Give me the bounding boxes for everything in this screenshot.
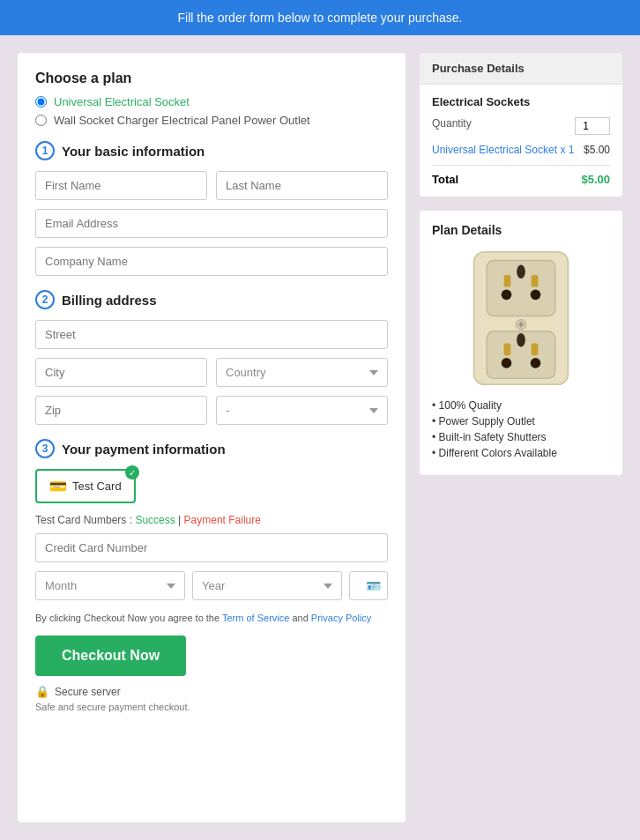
svg-point-15	[531, 358, 541, 368]
city-input[interactable]	[35, 358, 207, 387]
cvv-card-icon: 🪪	[366, 579, 381, 593]
left-panel: Choose a plan Universal Electrical Socke…	[18, 53, 406, 822]
svg-point-2	[517, 264, 525, 279]
city-country-row: Country United States United Kingdom Can…	[35, 358, 388, 387]
terms-text: By clicking Checkout Now you agree to th…	[35, 613, 388, 623]
state-select[interactable]: - AL CA NY TX	[216, 396, 388, 425]
lock-icon: 🔒	[35, 685, 49, 698]
svg-rect-4	[532, 275, 539, 287]
plan-label-2: Wall Socket Charger Electrical Panel Pow…	[54, 114, 310, 127]
payment-title: Your payment information	[62, 442, 226, 457]
first-name-input[interactable]	[35, 171, 207, 200]
svg-point-14	[502, 358, 512, 368]
plan-details-box: Plan Details	[420, 211, 622, 475]
purchase-details-header: Purchase Details	[420, 53, 622, 85]
street-row	[35, 320, 388, 349]
main-content: Choose a plan Universal Electrical Socke…	[0, 35, 640, 840]
page-wrapper: Fill the order form below to complete yo…	[0, 0, 640, 840]
feature-item-2: Power Supply Outlet	[432, 415, 610, 427]
plan-radio-2[interactable]	[35, 115, 47, 126]
feature-item-3: Built-in Safety Shutters	[432, 431, 610, 443]
svg-rect-13	[532, 344, 539, 356]
step-1-num: 1	[35, 141, 55, 160]
right-panel: Purchase Details Electrical Sockets Quan…	[420, 53, 622, 822]
test-card-info: Test Card Numbers : Success | Payment Fa…	[35, 514, 388, 526]
year-select[interactable]: Year 2024 2025 2026 2027 2028	[192, 571, 342, 600]
test-card-failure-link[interactable]: Payment Failure	[184, 514, 261, 526]
secure-label: Secure server	[55, 686, 121, 698]
banner-text: Fill the order form below to complete yo…	[178, 11, 463, 25]
card-icon: 💳	[49, 478, 67, 494]
pd-quantity-row: Quantity	[432, 117, 610, 135]
pd-item-price: $5.00	[584, 144, 610, 156]
test-card-separator: |	[175, 514, 184, 526]
step-3-num: 3	[35, 439, 55, 458]
plan-label-1: Universal Electrical Socket	[54, 95, 190, 108]
plan-option-1[interactable]: Universal Electrical Socket	[35, 95, 388, 108]
safe-text: Safe and secure payment checkout.	[35, 702, 388, 712]
pd-quantity-input[interactable]	[575, 117, 610, 135]
pd-total-label: Total	[432, 173, 458, 186]
street-input[interactable]	[35, 320, 388, 349]
step-2-num: 2	[35, 290, 55, 309]
credit-number-row	[35, 533, 388, 562]
payment-heading: 3 Your payment information	[35, 439, 388, 458]
basic-info-heading: 1 Your basic information	[35, 141, 388, 160]
test-card-success-link[interactable]: Success	[135, 514, 175, 526]
cvv-wrapper: 🪪	[349, 571, 388, 600]
terms-link2[interactable]: Privacy Policy	[311, 613, 371, 623]
plan-radio-1[interactable]	[35, 96, 47, 108]
plan-option-2[interactable]: Wall Socket Charger Electrical Panel Pow…	[35, 114, 388, 127]
feature-item-4: Different Colors Available	[432, 447, 610, 459]
plan-details-title: Plan Details	[432, 223, 610, 237]
last-name-input[interactable]	[216, 171, 388, 200]
svg-rect-12	[504, 344, 511, 356]
email-row	[35, 209, 388, 238]
pd-total-price: $5.00	[581, 173, 610, 186]
card-label: Test Card	[72, 479, 122, 493]
month-select[interactable]: Month 01 02 03 04 05 06 07 08 09 10 11 1…	[35, 571, 185, 600]
basic-info-title: Your basic information	[62, 144, 205, 159]
pd-item-row: Universal Electrical Socket x 1 $5.00	[432, 144, 610, 156]
checkout-button[interactable]: Checkout Now	[35, 636, 186, 676]
name-row	[35, 171, 388, 200]
secure-row: 🔒 Secure server	[35, 685, 388, 698]
pd-item-label: Universal Electrical Socket x 1	[432, 144, 574, 156]
top-banner: Fill the order form below to complete yo…	[0, 0, 640, 35]
terms-link1[interactable]: Term of Service	[222, 613, 289, 623]
zip-input[interactable]	[35, 396, 207, 425]
zip-state-row: - AL CA NY TX	[35, 396, 388, 425]
svg-point-5	[502, 290, 512, 301]
card-button[interactable]: 💳 Test Card ✓	[35, 469, 136, 503]
terms-middle: and	[289, 613, 310, 623]
billing-title: Billing address	[62, 293, 157, 308]
choose-plan-section: Choose a plan Universal Electrical Socke…	[35, 71, 388, 127]
pd-total-row: Total $5.00	[432, 165, 610, 186]
company-row	[35, 247, 388, 276]
email-input[interactable]	[35, 209, 388, 238]
credit-number-input[interactable]	[35, 533, 388, 562]
company-input[interactable]	[35, 247, 388, 276]
country-select[interactable]: Country United States United Kingdom Can…	[216, 358, 388, 387]
test-card-prefix: Test Card Numbers :	[35, 514, 135, 526]
plan-features-list: 100% Quality Power Supply Outlet Built-i…	[432, 399, 610, 459]
pd-section-title: Electrical Sockets	[432, 95, 610, 108]
svg-rect-3	[504, 275, 511, 287]
billing-heading: 2 Billing address	[35, 290, 388, 309]
card-checkmark: ✓	[125, 465, 139, 479]
feature-item-1: 100% Quality	[432, 399, 610, 412]
pd-quantity-label: Quantity	[432, 117, 472, 130]
svg-point-6	[531, 290, 541, 301]
svg-point-11	[517, 333, 525, 347]
choose-plan-title: Choose a plan	[35, 71, 388, 86]
terms-prefix: By clicking Checkout Now you agree to th…	[35, 613, 222, 623]
purchase-details-body: Electrical Sockets Quantity Universal El…	[420, 85, 622, 197]
socket-image	[464, 248, 578, 389]
expiry-cvv-row: Month 01 02 03 04 05 06 07 08 09 10 11 1…	[35, 571, 388, 600]
purchase-details-box: Purchase Details Electrical Sockets Quan…	[420, 53, 622, 197]
